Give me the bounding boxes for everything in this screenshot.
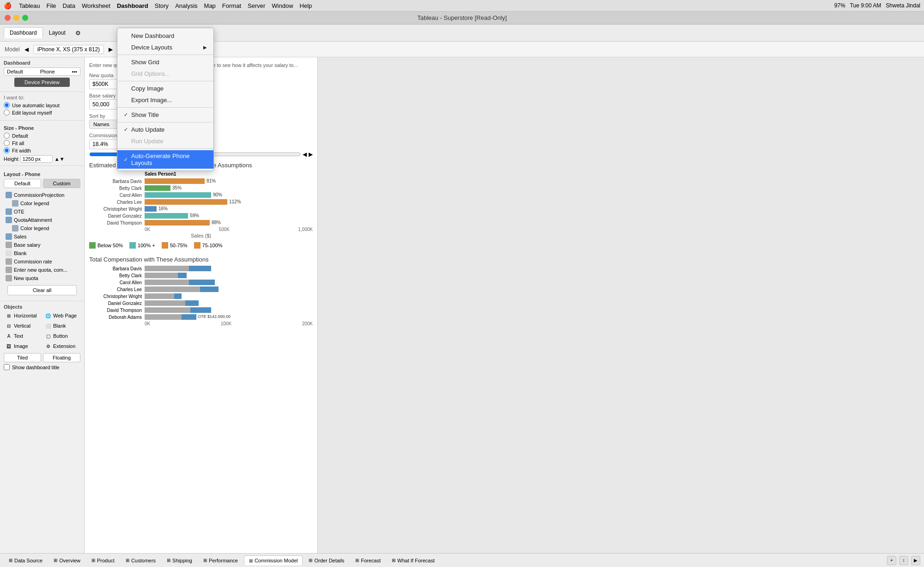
obj-blank[interactable]: ⬜ Blank bbox=[43, 322, 80, 330]
tab-performance[interactable]: ⊞ Performance bbox=[198, 555, 243, 566]
size-default-radio[interactable] bbox=[4, 133, 10, 139]
menu-file[interactable]: File bbox=[47, 2, 56, 9]
clear-all-button[interactable]: Clear all bbox=[7, 285, 77, 295]
slider-right-btn[interactable]: ▶ bbox=[309, 151, 313, 158]
menu-analysis[interactable]: Analysis bbox=[175, 2, 197, 9]
layout-item-1[interactable]: Color legend bbox=[4, 199, 80, 207]
obj-webpage-label: Web Page bbox=[53, 313, 77, 318]
phone-settings-icon[interactable]: ••• bbox=[72, 69, 77, 74]
legend-color-75to100 bbox=[194, 242, 201, 249]
menu-export-image[interactable]: Export Image... bbox=[117, 94, 213, 106]
obj-image[interactable]: 🖼 Image bbox=[4, 342, 41, 350]
layout-item-7-icon bbox=[6, 250, 12, 256]
menu-data[interactable]: Data bbox=[63, 2, 75, 9]
obj-horizontal[interactable]: ⊞ Horizontal bbox=[4, 311, 41, 320]
webpage-icon: 🌐 bbox=[45, 312, 51, 319]
height-input[interactable] bbox=[20, 155, 53, 163]
obj-extension[interactable]: ⚙ Extension bbox=[43, 342, 80, 350]
tab-shipping[interactable]: ⊞ Shipping bbox=[162, 555, 197, 566]
auto-layout-option[interactable]: Use automatic layout bbox=[4, 102, 80, 108]
obj-vertical[interactable]: ⊟ Vertical bbox=[4, 322, 41, 330]
height-stepper[interactable]: ▲▼ bbox=[55, 156, 65, 162]
menu-server[interactable]: Server bbox=[248, 2, 265, 9]
model-nav-right[interactable]: ▶ bbox=[109, 46, 113, 53]
layout-item-10[interactable]: New quota bbox=[4, 274, 80, 282]
layout-item-0[interactable]: CommissionProjection bbox=[4, 191, 80, 199]
obj-text[interactable]: A Text bbox=[4, 332, 41, 340]
add-sheet-btn[interactable]: + bbox=[887, 556, 896, 565]
menu-auto-generate-phone[interactable]: ✓ Auto-Generate Phone Layouts bbox=[117, 150, 213, 169]
slider-left-btn[interactable]: ◀ bbox=[303, 151, 307, 158]
edit-layout-radio[interactable] bbox=[4, 110, 10, 116]
menu-map[interactable]: Map bbox=[204, 2, 216, 9]
menu-help[interactable]: Help bbox=[300, 2, 312, 9]
menu-show-title[interactable]: ✓ Show Title bbox=[117, 109, 213, 121]
phone-selector[interactable]: Default Phone ••• bbox=[4, 67, 80, 76]
close-button[interactable] bbox=[5, 15, 11, 21]
more-btn[interactable]: ▶ bbox=[911, 556, 920, 565]
tab-dashboard[interactable]: Dashboard bbox=[4, 27, 43, 38]
auto-layout-radio[interactable] bbox=[4, 102, 10, 108]
floating-button[interactable]: Floating bbox=[43, 353, 80, 362]
layout-item-8[interactable]: Commission rate bbox=[4, 257, 80, 266]
menu-format[interactable]: Format bbox=[222, 2, 241, 9]
menu-worksheet[interactable]: Worksheet bbox=[82, 2, 110, 9]
chart1-col-header: Sales Person1 bbox=[89, 171, 313, 177]
bottom-tabs: ⊞ Data Source ⊞ Overview ⊞ Product ⊞ Cus… bbox=[0, 553, 924, 567]
what-if-forecast-icon: ⊞ bbox=[392, 558, 395, 563]
model-nav-left[interactable]: ◀ bbox=[24, 46, 29, 53]
edit-layout-option[interactable]: Edit layout myself bbox=[4, 110, 80, 116]
extension-icon: ⚙ bbox=[45, 343, 51, 349]
menu-dashboard[interactable]: Dashboard bbox=[117, 2, 148, 9]
size-fit-width[interactable]: Fit width bbox=[4, 147, 80, 153]
size-default[interactable]: Default bbox=[4, 133, 80, 139]
menu-device-layouts[interactable]: Device Layouts ▶ bbox=[117, 42, 213, 53]
chart1-x-label: Sales ($) bbox=[89, 233, 313, 238]
menu-copy-image[interactable]: Copy Image bbox=[117, 83, 213, 94]
size-fit-all[interactable]: Fit all bbox=[4, 140, 80, 146]
layout-item-2[interactable]: OTE bbox=[4, 207, 80, 216]
user-name: Shweta Jindal bbox=[886, 2, 920, 9]
settings-icon[interactable]: ⚙ bbox=[75, 30, 81, 37]
menu-auto-update[interactable]: ✓ Auto Update bbox=[117, 124, 213, 135]
sort-sheets-btn[interactable]: ↕ bbox=[899, 556, 908, 565]
tab-layout[interactable]: Layout bbox=[43, 27, 72, 38]
layout-item-7[interactable]: Blank bbox=[4, 249, 80, 257]
size-section: Size - Phone Default Fit all Fit width H… bbox=[0, 121, 84, 166]
show-title-checkbox[interactable] bbox=[4, 364, 10, 370]
tab-what-if-forecast[interactable]: ⊞ What If Forecast bbox=[387, 555, 440, 566]
objects-section: Objects ⊞ Horizontal 🌐 Web Page ⊟ Vertic… bbox=[0, 301, 84, 373]
tab-forecast[interactable]: ⊞ Forecast bbox=[350, 555, 386, 566]
menu-new-dashboard[interactable]: New Dashboard bbox=[117, 30, 213, 42]
i-want-to-label: I want to: bbox=[4, 95, 80, 100]
tiled-button[interactable]: Tiled bbox=[4, 353, 41, 362]
size-fit-width-radio[interactable] bbox=[4, 147, 10, 153]
layout-item-4[interactable]: Color legend bbox=[4, 224, 80, 232]
layout-item-9[interactable]: Enter new quota, com... bbox=[4, 266, 80, 274]
legend-label-75to100: 75-100% bbox=[202, 243, 223, 248]
tab-data-source[interactable]: ⊞ Data Source bbox=[4, 555, 48, 566]
menu-show-grid[interactable]: Show Grid bbox=[117, 56, 213, 68]
minimize-button[interactable] bbox=[13, 15, 19, 21]
tab-product[interactable]: ⊞ Product bbox=[86, 555, 120, 566]
obj-button[interactable]: ▢ Button bbox=[43, 332, 80, 340]
maximize-button[interactable] bbox=[22, 15, 28, 21]
objects-grid: ⊞ Horizontal 🌐 Web Page ⊟ Vertical ⬜ Bla… bbox=[4, 311, 80, 350]
menu-window[interactable]: Window bbox=[272, 2, 293, 9]
layout-item-3[interactable]: QuotaAttainment bbox=[4, 216, 80, 224]
menu-tableau[interactable]: Tableau bbox=[19, 2, 40, 9]
layout-custom-btn[interactable]: Custom bbox=[43, 179, 80, 188]
layout-item-5[interactable]: Sales bbox=[4, 232, 80, 241]
tab-order-details[interactable]: ⊞ Order Details bbox=[304, 555, 349, 566]
device-preview-button[interactable]: Device Preview bbox=[14, 78, 70, 87]
obj-webpage[interactable]: 🌐 Web Page bbox=[43, 311, 80, 320]
tab-commission-model[interactable]: ⊞ Commission Model bbox=[244, 555, 303, 565]
tab-overview[interactable]: ⊞ Overview bbox=[49, 555, 85, 566]
layout-radio-group: Use automatic layout Edit layout myself bbox=[4, 102, 80, 116]
layout-item-6[interactable]: Base salary bbox=[4, 241, 80, 249]
size-fit-all-radio[interactable] bbox=[4, 140, 10, 146]
layout-default-btn[interactable]: Default bbox=[4, 179, 41, 188]
tab-customers[interactable]: ⊞ Customers bbox=[121, 555, 161, 566]
chart2-title: Total Compensation with These Assumption… bbox=[89, 256, 313, 263]
menu-story[interactable]: Story bbox=[155, 2, 169, 9]
